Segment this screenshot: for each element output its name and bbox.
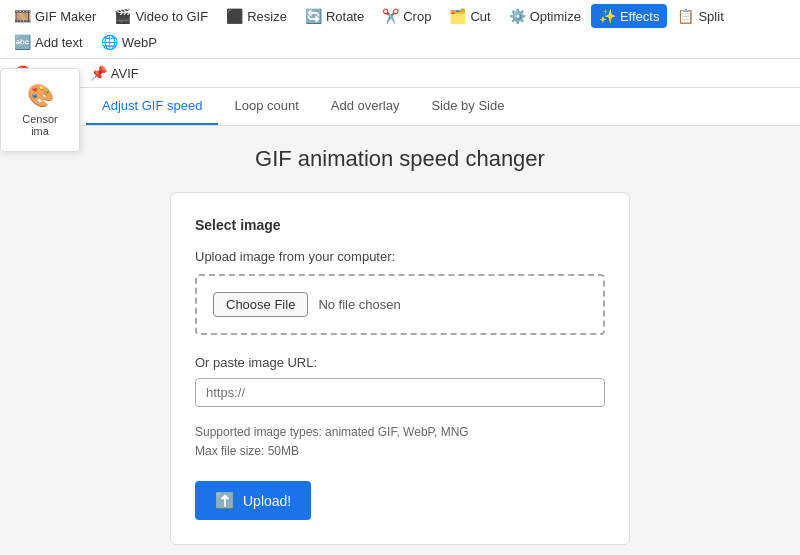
file-upload-area: Choose File No file chosen [195,274,605,335]
effects-icon: ✨ [599,8,616,24]
nav-item-resize[interactable]: ⬛ Resize [218,4,295,28]
url-label: Or paste image URL: [195,355,605,370]
top-nav: 🎞️ GIF Maker 🎬 Video to GIF ⬛ Resize 🔄 R… [0,0,800,59]
webp-icon: 🌐 [101,34,118,50]
card-title: Select image [195,217,605,233]
avif-icon: 📌 [90,65,107,81]
nav-item-webp[interactable]: 🌐 WebP [93,30,165,54]
upload-icon: ⬆️ [215,491,235,510]
tab-loop-count[interactable]: Loop count [218,88,314,125]
supported-text: Supported image types: animated GIF, Web… [195,423,605,461]
video-to-gif-icon: 🎬 [114,8,131,24]
add-text-icon: 🔤 [14,34,31,50]
tab-side-by-side[interactable]: Side by Side [415,88,520,125]
crop-icon: ✂️ [382,8,399,24]
main-content: GIF animation speed changer Select image… [0,126,800,555]
nav-item-video-to-gif[interactable]: 🎬 Video to GIF [106,4,216,28]
tab-adjust-speed[interactable]: Adjust GIF speed [86,88,218,125]
gif-maker-icon: 🎞️ [14,8,31,24]
page-title: GIF animation speed changer [255,146,545,172]
rotate-icon: 🔄 [305,8,322,24]
censor-icon: 🎨 [27,83,54,109]
split-icon: 📋 [677,8,694,24]
nav-item-cut[interactable]: 🗂️ Cut [441,4,498,28]
sidebar-censor-item[interactable]: 🎨 Censor ima [9,77,71,143]
nav-item-split[interactable]: 📋 Split [669,4,731,28]
optimize-icon: ⚙️ [509,8,526,24]
sidebar-popup: 🎨 Censor ima [0,68,80,152]
upload-card: Select image Upload image from your comp… [170,192,630,545]
choose-file-button[interactable]: Choose File [213,292,308,317]
resize-icon: ⬛ [226,8,243,24]
tabs-bar: Adjust GIF speed Loop count Add overlay … [80,88,800,126]
tab-add-overlay[interactable]: Add overlay [315,88,416,125]
url-input[interactable] [195,378,605,407]
nav-item-crop[interactable]: ✂️ Crop [374,4,439,28]
upload-label: Upload image from your computer: [195,249,605,264]
nav-item-gif-maker[interactable]: 🎞️ GIF Maker [6,4,104,28]
nav-item-avif[interactable]: 📌 AVIF [82,61,147,85]
nav-item-rotate[interactable]: 🔄 Rotate [297,4,372,28]
nav-item-optimize[interactable]: ⚙️ Optimize [501,4,589,28]
second-nav: 🔴 APNG 📌 AVIF [0,59,800,88]
upload-button[interactable]: ⬆️ Upload! [195,481,311,520]
cut-icon: 🗂️ [449,8,466,24]
nav-item-add-text[interactable]: 🔤 Add text [6,30,91,54]
no-file-text: No file chosen [318,297,400,312]
nav-item-effects[interactable]: ✨ Effects [591,4,668,28]
